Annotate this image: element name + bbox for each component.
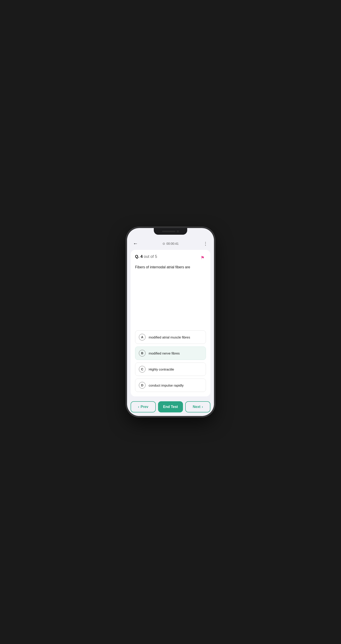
option-b-letter: B bbox=[139, 350, 146, 356]
camera bbox=[177, 230, 179, 232]
question-out-of: out of 5 bbox=[144, 254, 157, 259]
phone-frame: ← ⊙ 00:00:41 ⋮ Q. 4 out of 5 ⚑ Fi bbox=[127, 228, 214, 416]
option-a-letter: A bbox=[139, 334, 146, 340]
end-test-button[interactable]: End Test bbox=[158, 401, 183, 412]
notch bbox=[154, 228, 187, 235]
option-a-text: modified atrial muscle fibres bbox=[149, 335, 190, 339]
option-c-letter: C bbox=[139, 366, 146, 372]
option-b[interactable]: B modified nerve fibres bbox=[135, 346, 206, 360]
prev-button[interactable]: ‹ Prev bbox=[131, 401, 156, 412]
bottom-nav: ‹ Prev End Test Next › bbox=[127, 399, 214, 416]
timer-display: ⊙ 00:00:41 bbox=[162, 242, 179, 246]
timer-text: 00:00:41 bbox=[166, 242, 179, 246]
back-button[interactable]: ← bbox=[132, 240, 140, 248]
option-b-text: modified nerve fibres bbox=[149, 352, 180, 355]
more-icon: ⋮ bbox=[203, 241, 208, 246]
question-spacer bbox=[135, 276, 206, 330]
option-c[interactable]: C Highly contractile bbox=[135, 362, 206, 376]
option-d-text: conduct impulse rapidly bbox=[149, 384, 184, 387]
header: ← ⊙ 00:00:41 ⋮ bbox=[127, 238, 214, 250]
next-button[interactable]: Next › bbox=[185, 401, 210, 412]
prev-label: Prev bbox=[141, 405, 148, 409]
option-c-text: Highly contractile bbox=[149, 368, 174, 371]
next-label: Next bbox=[193, 405, 201, 409]
end-test-label: End Test bbox=[163, 405, 178, 409]
quiz-card: Q. 4 out of 5 ⚑ Fibers of internodal atr… bbox=[131, 250, 210, 396]
options-list: A modified atrial muscle fibres B modifi… bbox=[135, 330, 206, 392]
speaker bbox=[162, 231, 175, 232]
prev-chevron-icon: ‹ bbox=[138, 405, 139, 409]
back-arrow-icon: ← bbox=[133, 241, 138, 246]
flag-icon: ⚑ bbox=[201, 255, 205, 260]
next-chevron-icon: › bbox=[202, 405, 203, 409]
option-d[interactable]: D conduct impulse rapidly bbox=[135, 378, 206, 392]
question-text: Fibers of internodal atrial fibers are bbox=[135, 264, 206, 270]
option-d-letter: D bbox=[139, 382, 146, 388]
flag-button[interactable]: ⚑ bbox=[199, 254, 206, 261]
question-number-bold: Q. 4 bbox=[135, 254, 144, 259]
option-a[interactable]: A modified atrial muscle fibres bbox=[135, 330, 206, 344]
question-header: Q. 4 out of 5 ⚑ bbox=[135, 254, 206, 261]
more-button[interactable]: ⋮ bbox=[201, 240, 209, 248]
clock-icon: ⊙ bbox=[162, 242, 165, 246]
screen: ← ⊙ 00:00:41 ⋮ Q. 4 out of 5 ⚑ Fi bbox=[127, 228, 214, 416]
question-number: Q. 4 out of 5 bbox=[135, 254, 157, 259]
